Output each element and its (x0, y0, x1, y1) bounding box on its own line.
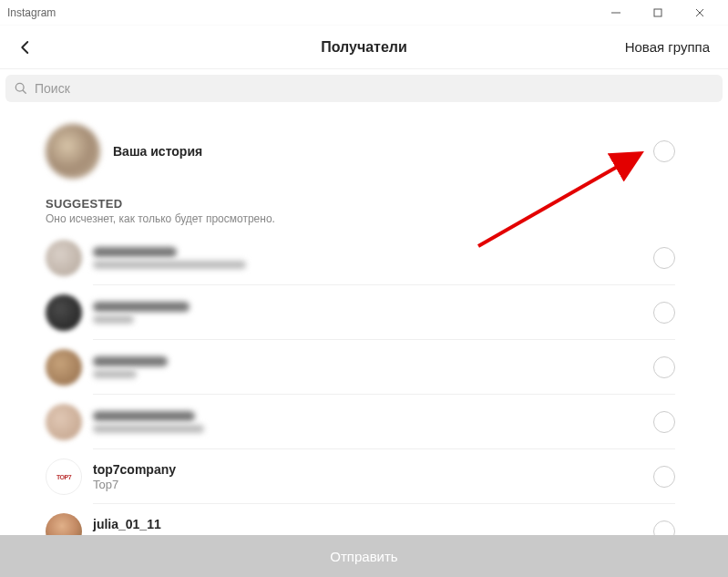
svg-rect-1 (654, 9, 661, 16)
your-story-avatar (46, 124, 100, 179)
suggested-subtitle: Оно исчезнет, как только будет просмотре… (46, 212, 682, 225)
list-item-sub: Top7 (93, 478, 176, 491)
avatar: TOP7 (46, 459, 82, 495)
list-item[interactable] (0, 340, 728, 395)
list-item-sub-blurred (93, 425, 204, 433)
list-item-name-blurred (93, 411, 195, 421)
chevron-left-icon (17, 39, 34, 56)
select-radio[interactable] (653, 466, 675, 488)
list-item[interactable] (0, 285, 728, 340)
list-item-name: julia_01_11 (93, 517, 161, 531)
your-story-row[interactable]: Ваша история (0, 108, 728, 190)
close-button[interactable] (679, 0, 721, 26)
list-item[interactable] (0, 231, 728, 285)
select-radio[interactable] (653, 247, 675, 269)
your-story-radio[interactable] (653, 140, 675, 162)
list-item-text (93, 302, 190, 324)
maximize-icon (653, 8, 662, 17)
list-item-text: top7companyTop7 (93, 462, 176, 491)
list-item-sub-blurred (93, 315, 134, 324)
list-item-name-blurred (93, 302, 190, 312)
select-radio[interactable] (653, 356, 675, 378)
window-title: Instagram (7, 6, 56, 19)
list-item-text (93, 247, 246, 269)
list-item-text (93, 411, 204, 433)
list-item-sub-blurred (93, 261, 246, 269)
avatar (46, 404, 82, 440)
list-item-name: top7company (93, 462, 176, 477)
new-group-button[interactable]: Новая группа (625, 39, 710, 55)
search-input[interactable] (35, 81, 713, 96)
content: Ваша история SUGGESTED Оно исчезнет, как… (0, 108, 728, 559)
window-titlebar: Instagram (0, 0, 728, 26)
list-item-sub-blurred (93, 370, 137, 378)
avatar (46, 349, 82, 386)
suggested-header: SUGGESTED Оно исчезнет, как только будет… (0, 190, 728, 227)
maximize-button[interactable] (637, 0, 679, 26)
list-item[interactable]: TOP7top7companyTop7 (0, 449, 728, 504)
list-item-name-blurred (93, 247, 177, 257)
close-icon (695, 8, 704, 17)
svg-line-5 (23, 90, 26, 93)
back-button[interactable] (15, 36, 36, 58)
list-item[interactable] (0, 395, 728, 449)
send-label: Отправить (330, 549, 397, 564)
select-radio[interactable] (653, 302, 675, 324)
page-header: Получатели Новая группа (0, 26, 728, 69)
avatar (46, 294, 82, 331)
search-box[interactable] (5, 75, 723, 102)
suggested-title: SUGGESTED (46, 197, 682, 211)
send-button[interactable]: Отправить (0, 535, 728, 577)
page-title: Получатели (15, 39, 713, 56)
select-radio[interactable] (653, 411, 675, 433)
search-bar (0, 69, 728, 108)
minimize-button[interactable] (595, 0, 637, 26)
avatar (46, 240, 82, 276)
list-item-name-blurred (93, 356, 168, 366)
list-item-text (93, 356, 168, 378)
suggested-list: TOP7top7companyTop7julia_01_11Julia (0, 227, 728, 559)
window-controls (595, 0, 721, 26)
search-icon (15, 82, 27, 95)
minimize-icon (611, 8, 620, 17)
your-story-label: Ваша история (113, 144, 202, 159)
